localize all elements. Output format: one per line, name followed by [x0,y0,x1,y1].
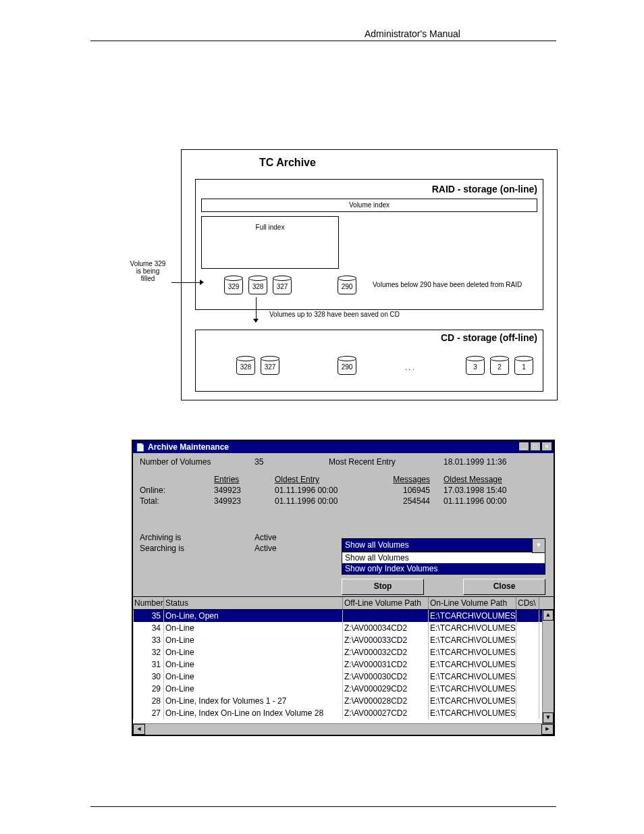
cell-status: On-Line [164,622,343,634]
oldest-message-header: Oldest Message [444,475,502,484]
diagram-title: TC Archive [259,157,316,169]
scroll-down-icon[interactable]: ▼ [543,712,554,723]
cell-cds [516,695,539,707]
cell-number: 31 [133,658,164,671]
num-volumes-label: Number of Volumes [140,457,254,467]
volumes-grid: Number Status Off-Line Volume Path On-Li… [133,596,554,735]
cell-online: E:\TCARCH\VOLUMES [429,658,516,671]
dropdown-selected[interactable]: Show all Volumes ▼ [342,538,545,552]
cell-online: E:\TCARCH\VOLUMES [429,695,516,707]
table-row[interactable]: 33On-LineZ:\AV000033CD2E:\TCARCH\VOLUMES [133,634,554,646]
footer-rule [90,806,556,807]
cell-offline: Z:\AV000031CD2 [343,658,429,671]
col-status[interactable]: Status [164,597,343,609]
dropdown-option[interactable]: Show all Volumes [342,552,545,563]
table-row[interactable]: 34On-LineZ:\AV000034CD2E:\TCARCH\VOLUMES [133,622,554,634]
minimize-button[interactable]: _ [518,442,529,451]
cell-number: 34 [133,622,164,634]
cell-offline: Z:\AV000034CD2 [343,622,429,634]
cell-status: On-Line [164,671,343,683]
cell-offline [343,610,429,622]
volume-index-box: Volume index [201,199,537,212]
cell-offline: Z:\AV000032CD2 [343,646,429,658]
cell-cds [516,683,539,695]
dropdown-arrow-icon[interactable]: ▼ [532,538,545,553]
col-cds[interactable]: CDs\ [516,597,539,609]
online-oldest-entry: 01.11.1996 00:00 [275,486,376,495]
scroll-right-icon[interactable]: ► [541,724,554,735]
col-online-path[interactable]: On-Line Volume Path [429,597,516,609]
table-row[interactable]: 32On-LineZ:\AV000032CD2E:\TCARCH\VOLUMES [133,646,554,658]
total-entries: 349923 [214,496,275,506]
num-volumes-value: 35 [254,457,329,467]
scroll-up-icon[interactable]: ▲ [543,610,554,621]
cell-offline: Z:\AV000027CD2 [343,707,429,719]
table-row[interactable]: 31On-LineZ:\AV000031CD2E:\TCARCH\VOLUMES [133,658,554,671]
volume-cyl: 328 [248,277,267,294]
col-number[interactable]: Number [133,597,164,609]
cell-online: E:\TCARCH\VOLUMES [429,634,516,646]
total-messages: 254544 [376,496,444,506]
online-label: Online: [140,486,214,495]
close-button[interactable]: × [541,442,552,451]
cell-number: 29 [133,683,164,695]
full-index-box: Full index [201,216,339,269]
maximize-button[interactable]: □ [530,442,541,451]
table-row[interactable]: 27On-Line, Index On-Line on Index Volume… [133,707,554,719]
page-header: Administrator's Manual [365,28,460,39]
cell-offline: Z:\AV000030CD2 [343,671,429,683]
volume-cyl: 290 [338,357,356,375]
table-row[interactable]: 35On-Line, OpenE:\TCARCH\VOLUMES [133,610,554,622]
volume-cyl: 3 [466,357,485,375]
cell-cds [516,610,539,622]
dropdown-list: Show all Volumes Show only Index Volumes [342,552,545,575]
grid-header: Number Status Off-Line Volume Path On-Li… [133,597,554,610]
volume-filling-note: Volume 329is beingfilled [124,260,171,282]
arrow-head-down [253,319,259,323]
table-row[interactable]: 28On-Line, Index for Volumes 1 - 27Z:\AV… [133,695,554,707]
volume-cyl: 2 [490,357,509,375]
volume-cyl: 1 [514,357,533,375]
cell-cds [516,707,539,719]
cell-online: E:\TCARCH\VOLUMES [429,707,516,719]
raid-deleted-note: Volumes below 290 have been deleted from… [373,281,522,288]
total-oldest-entry: 01.11.1996 00:00 [275,496,376,506]
messages-header: Messages [376,475,444,484]
cell-number: 35 [133,610,164,622]
close-dialog-button[interactable]: Close [463,579,545,595]
stop-button[interactable]: Stop [342,579,424,595]
dropdown-option[interactable]: Show only Index Volumes [342,563,545,574]
cell-status: On-Line, Index for Volumes 1 - 27 [164,695,343,707]
cell-cds [516,646,539,658]
horizontal-scrollbar[interactable]: ◄ ► [133,723,554,735]
cell-cds [516,671,539,683]
online-messages: 106945 [376,486,444,495]
volume-cyl: 329 [224,277,243,294]
searching-label: Searching is [140,544,254,553]
table-row[interactable]: 30On-LineZ:\AV000030CD2E:\TCARCH\VOLUMES [133,671,554,683]
cell-online: E:\TCARCH\VOLUMES [429,610,516,622]
cell-cds [516,658,539,671]
table-row[interactable]: 29On-LineZ:\AV000029CD2E:\TCARCH\VOLUMES [133,683,554,695]
cell-offline: Z:\AV000033CD2 [343,634,429,646]
cell-cds [516,634,539,646]
cell-status: On-Line, Open [164,610,343,622]
app-icon: 📄 [136,443,145,452]
cell-cds [516,622,539,634]
titlebar[interactable]: 📄 Archive Maintenance _ □ × [133,441,554,453]
dropdown-selected-text: Show all Volumes [345,540,409,550]
volume-cyl: 328 [236,357,255,375]
cell-number: 33 [133,634,164,646]
most-recent-label: Most Recent Entry [329,457,444,467]
volume-filter-dropdown[interactable]: Show all Volumes ▼ Show all Volumes Show… [342,538,545,575]
cell-status: On-Line [164,683,343,695]
scroll-left-icon[interactable]: ◄ [133,724,145,735]
volume-cyl: 290 [338,277,356,294]
cell-offline: Z:\AV000028CD2 [343,695,429,707]
cell-online: E:\TCARCH\VOLUMES [429,671,516,683]
online-entries: 349923 [214,486,275,495]
col-offline-path[interactable]: Off-Line Volume Path [343,597,429,609]
vertical-scrollbar[interactable]: ▲ ▼ [542,610,554,723]
archive-maintenance-dialog: 📄 Archive Maintenance _ □ × Number of Vo… [132,440,555,736]
cd-dots: . . . [405,364,414,371]
